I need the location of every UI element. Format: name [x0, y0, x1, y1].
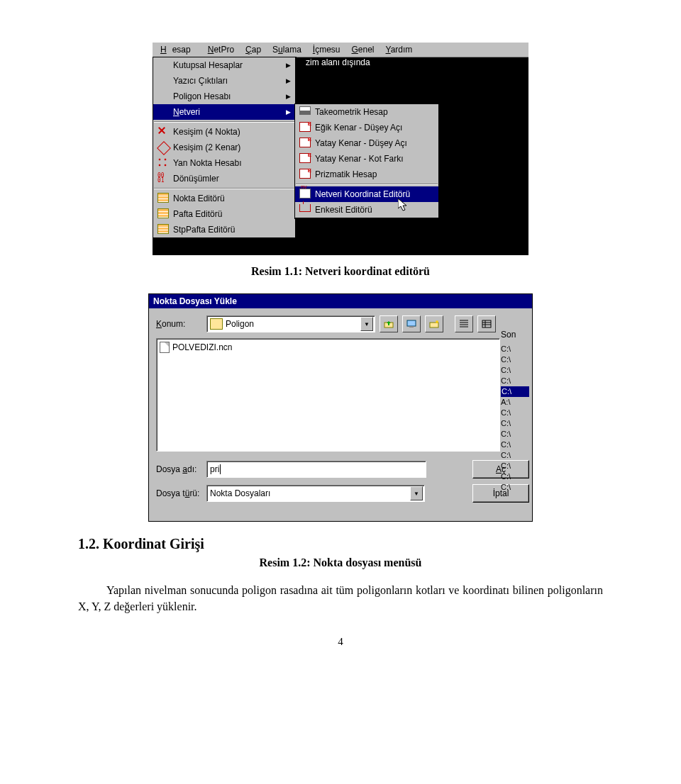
menu-screenshot: Hesap NetPro Çap Sulama İçmesu Genel Yar…	[153, 43, 528, 255]
svg-rect-5	[482, 320, 491, 327]
mi-kesisim2[interactable]: Kesişim (2 Kenar)	[153, 140, 295, 155]
filename-input[interactable]: pri	[206, 461, 426, 478]
grid-icon	[157, 193, 169, 203]
nv-icon	[299, 189, 311, 198]
diamond-icon	[157, 141, 171, 155]
arrow-icon: ▶	[286, 62, 291, 69]
desktop-icon	[406, 320, 416, 328]
new-folder-icon	[429, 320, 439, 328]
dots-icon	[157, 157, 167, 167]
side-row: C:\	[501, 365, 529, 376]
smi-yatay-dusey[interactable]: Yatay Kenar - Düşey Açı	[295, 135, 438, 151]
file-item[interactable]: POLVEDIZI.ncn	[160, 342, 497, 353]
menu-hesap[interactable]: Hesap	[155, 43, 202, 56]
tool-icon	[299, 169, 311, 179]
cursor-icon	[398, 198, 409, 213]
side-row: C:\	[501, 461, 529, 471]
binary-icon: 0001	[157, 173, 170, 183]
side-row: C:\	[501, 439, 529, 450]
mi-donusumler[interactable]: 0001Dönüşümler	[153, 171, 295, 186]
menu-genel[interactable]: Genel	[346, 43, 380, 56]
menu-yardim[interactable]: Yardım	[380, 43, 419, 56]
arrow-icon: ▶	[286, 109, 291, 116]
side-row: C:\	[501, 344, 529, 354]
grid-icon	[157, 208, 169, 218]
list-view-button[interactable]	[455, 315, 473, 332]
newfolder-button[interactable]	[425, 315, 443, 332]
svg-rect-2	[407, 320, 416, 326]
menu-sulama[interactable]: Sulama	[267, 43, 307, 56]
mi-nokta-editoru[interactable]: Nokta Editörü	[153, 191, 295, 206]
smi-yatay-kot[interactable]: Yatay Kenar - Kot Farkı	[295, 151, 438, 167]
side-row: A:\	[501, 397, 529, 408]
dosya-turu-label: Dosya türü:	[156, 488, 202, 498]
mi-pafta-editoru[interactable]: Pafta Editörü	[153, 206, 295, 222]
tool-icon	[299, 106, 311, 115]
konum-label: Konum:	[156, 319, 202, 329]
arrow-icon: ▶	[286, 78, 291, 84]
smi-takeometrik[interactable]: Takeometrik Hesap	[295, 104, 438, 120]
file-list[interactable]: POLVEDIZI.ncn	[156, 338, 500, 452]
dialog-titlebar: Nokta Dosyası Yükle	[149, 294, 532, 308]
mi-poligon-hesabi[interactable]: Poligon Hesabı▶	[153, 89, 295, 104]
mi-kesisim4[interactable]: Kesişim (4 Nokta)	[153, 124, 295, 140]
mi-stppafta-editoru[interactable]: StpPafta Editörü	[153, 222, 295, 237]
menu-icmesu[interactable]: İçmesu	[307, 43, 346, 56]
menu-cap[interactable]: Çap	[240, 43, 267, 56]
smi-prizmatik[interactable]: Prizmatik Hesap	[295, 167, 438, 182]
grid-icon	[157, 224, 169, 234]
arrow-icon: ▶	[286, 94, 291, 100]
details-icon	[482, 320, 492, 328]
filetype-combo[interactable]: Nokta Dosyaları ▼	[206, 485, 425, 502]
svg-marker-0	[398, 198, 406, 211]
side-row: C:\	[501, 482, 529, 493]
status-text: zim alanı dışında	[306, 58, 370, 67]
side-column: Son C:\ C:\ C:\ C:\ C:\ A:\ C:\ C:\ C:\ …	[501, 330, 529, 493]
konum-combo[interactable]: Poligon ▼	[206, 315, 375, 332]
smi-enkesit[interactable]: Enkesit Editörü	[295, 202, 438, 218]
side-row: C:\	[501, 450, 529, 461]
svg-rect-3	[409, 326, 414, 327]
dropdown-hesap: Kutupsal Hesaplar▶ Yazıcı Çıktıları▶ Pol…	[153, 57, 297, 239]
dropdown-icon[interactable]: ▼	[410, 486, 423, 500]
tool-icon	[299, 122, 311, 132]
dropdown-icon[interactable]: ▼	[360, 317, 373, 331]
smi-egik-kenar[interactable]: Eğik Kenar - Düşey Açı	[295, 120, 438, 135]
x-icon	[157, 126, 166, 135]
enkesit-icon	[299, 204, 311, 212]
tool-icon	[299, 138, 311, 147]
submenu-netveri: Takeometrik Hesap Eğik Kenar - Düşey Açı…	[294, 103, 440, 219]
mi-yannokta[interactable]: Yan Nokta Hesabı	[153, 155, 295, 171]
list-icon	[459, 320, 469, 328]
file-icon	[160, 342, 170, 353]
menu-netpro[interactable]: NetPro	[202, 43, 240, 56]
smi-netveri-koord[interactable]: Netveri Koordinat Editörü	[295, 186, 438, 202]
mi-kutupsal[interactable]: Kutupsal Hesaplar▶	[153, 57, 295, 73]
detail-view-button[interactable]	[477, 315, 496, 332]
side-row: C:\	[501, 471, 529, 482]
figure-caption-1: Resim 1.1: Netveri koordinat editörü	[78, 265, 603, 278]
separator	[154, 121, 294, 123]
figure-caption-2: Resim 1.2: Nokta dosyası menüsü	[78, 556, 603, 569]
side-row: C:\	[501, 429, 529, 439]
side-row: C:\	[501, 418, 529, 429]
side-row: C:\	[501, 354, 529, 365]
folder-icon	[210, 318, 223, 330]
desktop-button[interactable]	[402, 315, 421, 332]
separator	[154, 188, 294, 189]
page-number: 4	[78, 636, 603, 648]
mi-yazici[interactable]: Yazıcı Çıktıları▶	[153, 73, 295, 89]
up-button[interactable]	[380, 315, 398, 332]
side-row: C:\	[501, 408, 529, 418]
tool-icon	[299, 153, 311, 163]
mi-netveri[interactable]: Netveri▶	[153, 104, 295, 120]
section-heading: 1.2. Koordinat Girişi	[78, 536, 603, 552]
file-dialog-screenshot: Nokta Dosyası Yükle Konum: Poligon ▼	[148, 293, 533, 522]
svg-rect-4	[430, 323, 438, 327]
body-paragraph: Yapılan nivelman sonucunda poligon rasad…	[78, 582, 603, 615]
menubar: Hesap NetPro Çap Sulama İçmesu Genel Yar…	[153, 43, 528, 57]
side-row: C:\	[501, 386, 529, 397]
folder-up-icon	[384, 320, 394, 328]
side-header: Son	[501, 330, 529, 340]
dosya-adi-label: Dosya adı:	[156, 464, 202, 474]
